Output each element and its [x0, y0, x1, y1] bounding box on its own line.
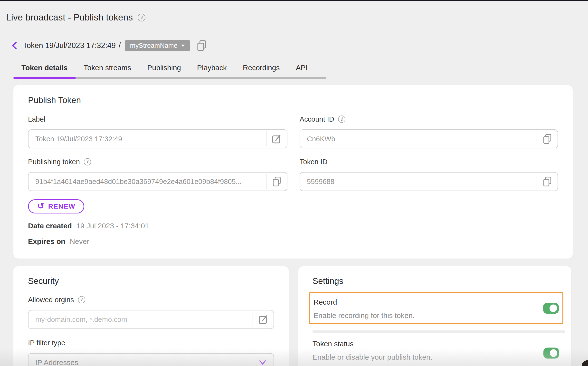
stream-name-dropdown[interactable]: myStreamName: [125, 40, 190, 51]
expires-on-row: Expires on Never: [28, 237, 558, 246]
settings-card: Settings Record Enable recording for thi…: [298, 266, 571, 366]
copy-account-id-button[interactable]: [537, 130, 558, 148]
caret-down-icon: [181, 45, 185, 47]
copy-stream-name-button[interactable]: [196, 39, 207, 52]
renew-button[interactable]: ↺ RENEW: [28, 199, 84, 213]
tab-label: API: [296, 64, 308, 72]
security-heading: Security: [28, 276, 274, 286]
expires-on-label: Expires on: [28, 237, 65, 246]
field-label-text: Token ID: [300, 158, 327, 166]
publishing-token-input-box: [28, 172, 287, 191]
settings-heading: Settings: [313, 276, 571, 286]
field-label-text: Publishing token: [28, 158, 80, 166]
tab-publishing[interactable]: Publishing: [139, 62, 189, 73]
edit-icon: [258, 314, 269, 325]
tab-playback[interactable]: Playback: [189, 62, 235, 73]
account-id-info-icon[interactable]: i: [338, 116, 345, 123]
publishing-token-label: Publishing token i: [28, 157, 287, 167]
token-status-setting: Token status Enable or disable your publ…: [313, 340, 563, 366]
account-id-field: Account ID i: [300, 114, 558, 148]
allowed-origins-input[interactable]: [28, 316, 253, 324]
publishing-token-field: Publishing token i: [28, 157, 287, 191]
copy-icon: [542, 176, 552, 187]
tab-api[interactable]: API: [288, 62, 316, 73]
tab-label: Recordings: [243, 64, 280, 72]
tab-label: Token streams: [84, 64, 131, 72]
publish-token-heading: Publish Token: [28, 95, 558, 105]
renew-label: RENEW: [48, 202, 76, 210]
edit-allowed-origins-button[interactable]: [253, 310, 274, 328]
toggle-knob: [550, 304, 557, 312]
copy-token-id-button[interactable]: [537, 173, 558, 191]
field-label-text: IP filter type: [28, 339, 65, 347]
tab-row: Token details Token streams Publishing P…: [13, 62, 326, 73]
allowed-origins-input-box: [28, 310, 274, 329]
account-id-label: Account ID i: [300, 114, 558, 124]
copy-icon: [272, 176, 282, 187]
record-description: Enable recording for this token.: [313, 311, 558, 320]
chevron-down-icon: [259, 360, 266, 365]
ip-filter-select[interactable]: IP Addresses: [28, 353, 274, 366]
account-id-input-box: [300, 129, 558, 148]
page-header: Live broadcast - Publish tokens i: [0, 1, 588, 23]
date-created-row: Date created 19 Jul 2023 - 17:34:01: [28, 222, 558, 230]
renew-icon: ↺: [37, 202, 45, 210]
settings-divider: [313, 330, 565, 333]
record-setting-highlight: Record Enable recording for this token.: [309, 292, 563, 324]
token-id-input[interactable]: [300, 178, 537, 186]
token-id-input-box: [300, 172, 558, 191]
field-label-text: Allowed orgins: [28, 296, 74, 304]
tab-label: Token details: [21, 64, 68, 72]
ip-filter-selected-value: IP Addresses: [35, 358, 78, 366]
date-created-value: 19 Jul 2023 - 17:34:01: [76, 222, 149, 230]
expires-on-value: Never: [70, 237, 89, 246]
publish-token-fields: Label Account ID: [28, 114, 558, 191]
tab-token-details[interactable]: Token details: [13, 62, 76, 73]
publishing-token-info-icon[interactable]: i: [84, 158, 91, 165]
edit-label-button[interactable]: [266, 130, 287, 148]
page-title-info-icon[interactable]: i: [138, 14, 145, 21]
tab-label: Playback: [197, 64, 227, 72]
token-id-field: Token ID: [300, 157, 558, 191]
copy-icon: [542, 133, 552, 144]
breadcrumb-token-label[interactable]: Token 19/Jul/2023 17:32:49: [23, 41, 116, 50]
publish-token-card: Publish Token Label: [13, 85, 573, 259]
tab-token-streams[interactable]: Token streams: [76, 62, 139, 73]
back-chevron-icon[interactable]: [10, 41, 19, 50]
tab-label: Publishing: [147, 64, 181, 72]
record-toggle[interactable]: [543, 303, 559, 314]
stream-name-label: myStreamName: [130, 42, 178, 49]
security-card: Security Allowed orgins i IP filter type…: [13, 266, 289, 366]
tab-recordings[interactable]: Recordings: [235, 62, 288, 73]
publishing-token-input[interactable]: [28, 178, 266, 186]
label-field-label: Label: [28, 114, 287, 124]
allowed-origins-info-icon[interactable]: i: [78, 296, 85, 303]
token-status-description: Enable or disable your publish token.: [313, 353, 563, 361]
page: Live broadcast - Publish tokens i Token …: [0, 0, 588, 366]
token-status-toggle[interactable]: [543, 348, 559, 359]
field-label-text: Label: [28, 115, 45, 123]
label-input-box: [28, 129, 287, 148]
token-id-label: Token ID: [300, 157, 558, 167]
date-created-label: Date created: [28, 222, 72, 230]
token-status-label: Token status: [313, 340, 563, 348]
copy-publishing-token-button[interactable]: [266, 173, 287, 191]
page-title: Live broadcast - Publish tokens: [6, 12, 133, 23]
tab-bar: Token details Token streams Publishing P…: [13, 62, 326, 79]
mouse-cursor-artifact: [582, 360, 588, 366]
field-label-text: Account ID: [300, 115, 334, 123]
breadcrumb: Token 19/Jul/2023 17:32:49 / myStreamNam…: [10, 40, 588, 51]
toggle-knob: [550, 349, 557, 357]
record-label: Record: [313, 298, 558, 306]
label-input[interactable]: [28, 135, 266, 143]
edit-icon: [271, 134, 282, 144]
allowed-origins-label: Allowed orgins i: [28, 295, 274, 305]
breadcrumb-separator: /: [119, 41, 121, 50]
label-field: Label: [28, 114, 287, 148]
ip-filter-label: IP filter type: [28, 338, 274, 348]
account-id-input[interactable]: [300, 135, 537, 143]
